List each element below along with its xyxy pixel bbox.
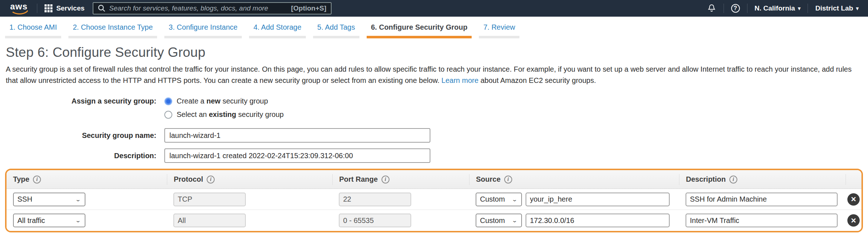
security-group-form: Assign a security group: Create a new se…: [5, 97, 863, 163]
learn-more-link[interactable]: Learn more: [442, 76, 479, 84]
radio-create-label: Create a new security group: [177, 97, 268, 105]
search-icon: [98, 4, 106, 12]
header-type: Type i: [7, 174, 167, 185]
rule-type-select[interactable]: SSH⌄: [13, 193, 85, 206]
header-source: Source i: [469, 174, 679, 185]
search-placeholder: Search for services, features, blogs, do…: [109, 4, 291, 12]
info-icon[interactable]: i: [33, 176, 41, 184]
rule-source-mode-select[interactable]: Custom⌄: [476, 214, 522, 227]
description-text-1: A security group is a set of firewall ru…: [6, 65, 852, 84]
rule-protocol-input: [173, 214, 246, 227]
radio-unselected-icon[interactable]: [164, 111, 172, 119]
nav-divider: [37, 4, 37, 13]
tab-choose-ami[interactable]: 1. Choose AMI: [5, 23, 61, 38]
rule-port-range-input: [339, 214, 411, 227]
page-title: Step 6: Configure Security Group: [6, 45, 863, 60]
region-label: N. California: [755, 4, 795, 12]
rule-port-range-input: [339, 193, 411, 206]
radio-selected-icon[interactable]: [164, 97, 172, 105]
delete-rule-button[interactable]: ✕: [847, 193, 860, 206]
info-icon[interactable]: i: [207, 176, 215, 184]
chevron-down-icon: ▾: [798, 5, 800, 11]
services-label: Services: [56, 4, 84, 12]
rule-source-input[interactable]: [526, 193, 670, 206]
main-content: Step 6: Configure Security Group A secur…: [0, 38, 868, 236]
radio-existing-label: Select an existing security group: [177, 110, 284, 119]
notifications-bell-icon[interactable]: [707, 4, 716, 13]
info-icon[interactable]: i: [729, 176, 737, 184]
tab-review[interactable]: 7. Review: [479, 23, 519, 38]
rule-description-input[interactable]: [686, 214, 838, 227]
rule-source-input[interactable]: [526, 214, 670, 227]
tab-add-tags[interactable]: 5. Add Tags: [313, 23, 359, 38]
account-label: District Lab: [815, 4, 853, 12]
rules-table-header: Type i Protocol i Port Range i Source i …: [7, 170, 861, 189]
delete-rule-button[interactable]: ✕: [847, 214, 860, 227]
info-icon[interactable]: i: [504, 176, 512, 184]
tab-configure-instance[interactable]: 3. Configure Instance: [164, 23, 242, 38]
radio-create-new-security-group[interactable]: Create a new security group: [164, 97, 284, 105]
table-row: All traffic⌄ Custom⌄ ✕: [7, 210, 861, 231]
global-search-input[interactable]: Search for services, features, blogs, do…: [93, 2, 332, 14]
security-group-name-label: Security group name:: [5, 131, 164, 140]
chevron-down-icon: ⌄: [75, 218, 81, 224]
radio-select-existing-security-group[interactable]: Select an existing security group: [164, 110, 284, 119]
header-port-range: Port Range i: [332, 174, 469, 185]
nav-divider: [808, 4, 808, 13]
info-icon[interactable]: i: [382, 176, 389, 184]
services-menu-button[interactable]: Services: [45, 4, 84, 12]
header-description: Description i: [679, 174, 846, 185]
top-navigation-bar: aws Services Search for services, featur…: [0, 0, 868, 17]
table-row: SSH⌄ Custom⌄ ✕: [7, 189, 861, 210]
assign-security-group-label: Assign a security group:: [5, 97, 164, 105]
header-delete-column: [846, 174, 861, 185]
chevron-down-icon: ▾: [856, 5, 859, 11]
description-text-2: about Amazon EC2 security groups.: [479, 76, 596, 84]
page-description: A security group is a set of firewall ru…: [6, 64, 863, 86]
rule-type-select[interactable]: All traffic⌄: [13, 214, 85, 227]
chevron-down-icon: ⌄: [75, 196, 81, 202]
rule-source-mode-select[interactable]: Custom⌄: [476, 193, 522, 206]
header-protocol: Protocol i: [167, 174, 332, 185]
rule-description-input[interactable]: [686, 193, 838, 206]
chevron-down-icon: ⌄: [511, 196, 518, 202]
tab-add-storage[interactable]: 4. Add Storage: [249, 23, 306, 38]
chevron-down-icon: ⌄: [511, 218, 518, 224]
wizard-step-tabs: 1. Choose AMI 2. Choose Instance Type 3.…: [0, 17, 868, 38]
search-shortcut-hint: [Option+S]: [291, 4, 326, 12]
nav-divider: [724, 4, 724, 13]
region-selector[interactable]: N. California ▾: [755, 4, 801, 12]
services-grid-icon: [45, 4, 52, 12]
security-rules-table-highlight: Type i Protocol i Port Range i Source i …: [5, 169, 863, 232]
tab-choose-instance-type[interactable]: 2. Choose Instance Type: [68, 23, 157, 38]
security-group-name-input[interactable]: [164, 128, 430, 143]
security-group-description-label: Description:: [5, 152, 164, 160]
help-icon[interactable]: ?: [731, 4, 740, 13]
aws-logo[interactable]: aws: [9, 1, 30, 15]
nav-divider: [747, 4, 747, 13]
tab-configure-security-group[interactable]: 6. Configure Security Group: [367, 23, 472, 38]
rule-protocol-input: [173, 193, 246, 206]
account-menu[interactable]: District Lab ▾: [815, 4, 859, 12]
security-group-description-input[interactable]: [164, 148, 430, 163]
